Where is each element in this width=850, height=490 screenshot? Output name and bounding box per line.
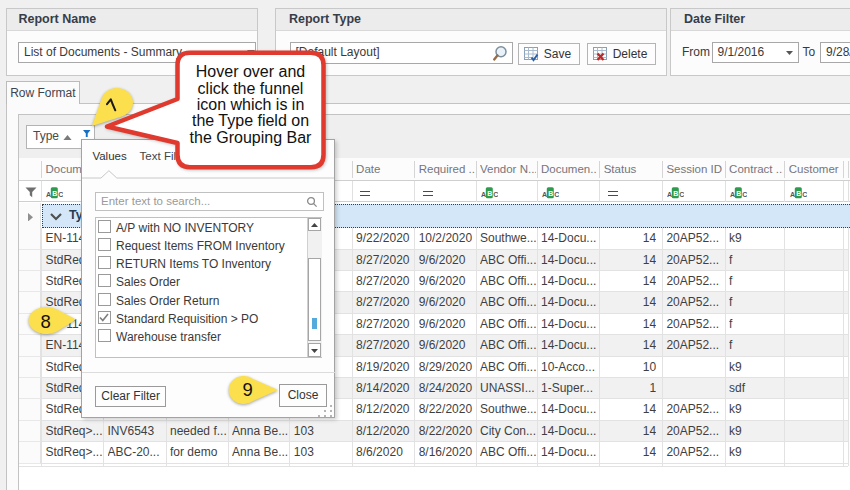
svg-text:8: 8 [41,311,51,332]
svg-text:C: C [58,190,63,197]
svg-text:C: C [554,190,559,197]
svg-text:C: C [802,190,807,197]
svg-text:B: B [796,190,801,197]
svg-text:A: A [730,190,735,197]
svg-text:9: 9 [243,379,253,400]
svg-text:A: A [46,190,51,197]
svg-text:B: B [52,190,57,197]
svg-text:C: C [679,190,684,197]
svg-text:C: C [493,190,498,197]
svg-text:B: B [673,190,678,197]
svg-text:B: B [736,190,741,197]
svg-text:A: A [481,190,486,197]
svg-text:B: B [487,190,492,197]
svg-text:C: C [742,190,747,197]
svg-text:A: A [542,190,547,197]
svg-text:B: B [548,190,553,197]
svg-text:A: A [790,190,795,197]
svg-text:A: A [667,190,672,197]
